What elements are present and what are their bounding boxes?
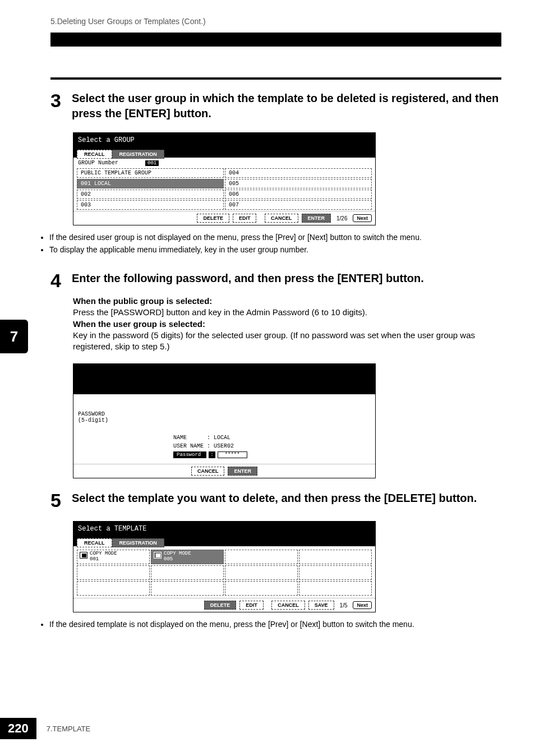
password-colon: : — [209, 451, 215, 458]
horizontal-rule — [50, 77, 501, 80]
template-cell-empty[interactable] — [77, 565, 150, 580]
group-cell-selected[interactable]: 001 LOCAL — [77, 179, 224, 188]
tab-recall[interactable]: RECALL — [77, 150, 112, 159]
save-button[interactable]: SAVE — [308, 601, 334, 610]
note-item: If the desired user group is not display… — [49, 232, 501, 243]
password-field-value[interactable]: ***** — [218, 451, 247, 458]
step-3-title: Select the user group in which the templ… — [72, 91, 501, 121]
pager-label: 1/26 — [336, 215, 347, 222]
username-row: USER NAME : USER02 — [173, 443, 371, 449]
copy-icon — [80, 552, 87, 559]
group-cell[interactable]: 003 — [77, 200, 224, 210]
step-4-line1: Press the [PASSWORD] button and key in t… — [73, 307, 367, 317]
group-cell[interactable]: 004 — [225, 168, 372, 178]
group-cell[interactable]: 007 — [225, 200, 372, 210]
name-row: NAME : LOCAL — [173, 435, 371, 441]
cancel-button[interactable]: CANCEL — [271, 601, 305, 610]
tab-registration[interactable]: REGISTRATION — [112, 538, 164, 547]
template-cell-empty[interactable] — [151, 565, 224, 580]
group-number-value[interactable]: 001 — [145, 160, 159, 166]
password-label: PASSWORD (5-digit) — [78, 411, 371, 423]
screenshot-select-template: Select a TEMPLATE RECALL REGISTRATION CO… — [73, 521, 376, 612]
note-item: To display the applicable menu immediate… — [49, 245, 501, 256]
step-3-number: 3 — [50, 91, 64, 110]
template-cell-empty[interactable] — [225, 565, 298, 580]
template-cell-empty[interactable] — [225, 550, 298, 564]
copy-icon — [154, 552, 162, 559]
template-cell-empty[interactable] — [299, 565, 372, 580]
screen-header-blank — [73, 364, 375, 394]
step-4-line2: Key in the password (5 digits) for the s… — [73, 330, 475, 351]
group-cell[interactable]: 002 — [77, 190, 224, 199]
enter-button[interactable]: ENTER — [302, 214, 331, 223]
footer-section-label: 7.TEMPLATE — [47, 725, 91, 733]
group-cell[interactable]: PUBLIC TEMPLATE GROUP — [77, 168, 224, 178]
note-item: If the desired template is not displayed… — [49, 619, 501, 630]
screenshot-password: PASSWORD (5-digit) NAME : LOCAL USER NAM… — [73, 363, 376, 478]
step-5-title: Select the template you want to delete, … — [72, 491, 477, 506]
delete-button[interactable]: DELETE — [197, 214, 229, 223]
next-button[interactable]: Next — [353, 214, 372, 222]
group-cell[interactable]: 006 — [225, 190, 372, 199]
template-cell-empty[interactable] — [151, 581, 224, 596]
step-4-number: 4 — [50, 271, 64, 290]
edit-button[interactable]: EDIT — [239, 601, 264, 610]
group-cell[interactable]: 005 — [225, 179, 372, 188]
template-cell-empty[interactable] — [299, 581, 372, 596]
page-number: 220 — [0, 718, 36, 739]
step-4-sub1: When the public group is selected: — [73, 296, 212, 306]
group-number-label: GROUP Number — [78, 160, 118, 166]
tab-recall[interactable]: RECALL — [77, 538, 112, 547]
edit-button[interactable]: EDIT — [233, 214, 257, 223]
template-cell-selected[interactable]: COPY MODE 005 — [151, 550, 224, 564]
cancel-button[interactable]: CANCEL — [191, 467, 225, 476]
password-field-label: Password — [173, 451, 206, 458]
enter-button[interactable]: ENTER — [228, 467, 257, 476]
pager-label: 1/5 — [340, 602, 348, 609]
template-cell-empty[interactable] — [225, 581, 298, 596]
delete-button[interactable]: DELETE — [204, 601, 237, 610]
chapter-tab: 7 — [0, 320, 28, 353]
step-4-sub2: When the user group is selected: — [73, 319, 205, 329]
cancel-button[interactable]: CANCEL — [265, 214, 298, 223]
template-cell-empty[interactable] — [299, 550, 372, 564]
template-label: COPY MODE 005 — [164, 551, 191, 563]
screenshot-select-group: Select a GROUP RECALL REGISTRATION GROUP… — [73, 132, 376, 225]
next-button[interactable]: Next — [353, 601, 372, 609]
section-divider-bar — [50, 33, 501, 47]
template-cell[interactable]: COPY MODE 001 — [77, 550, 150, 564]
step-5-number: 5 — [50, 491, 64, 510]
template-label: COPY MODE 001 — [90, 551, 117, 563]
step-4-title: Enter the following password, and then p… — [72, 271, 424, 286]
template-cell-empty[interactable] — [77, 581, 150, 596]
breadcrumb: 5.Deleting User Groups or Templates (Con… — [50, 17, 501, 26]
tab-registration[interactable]: REGISTRATION — [112, 150, 164, 159]
